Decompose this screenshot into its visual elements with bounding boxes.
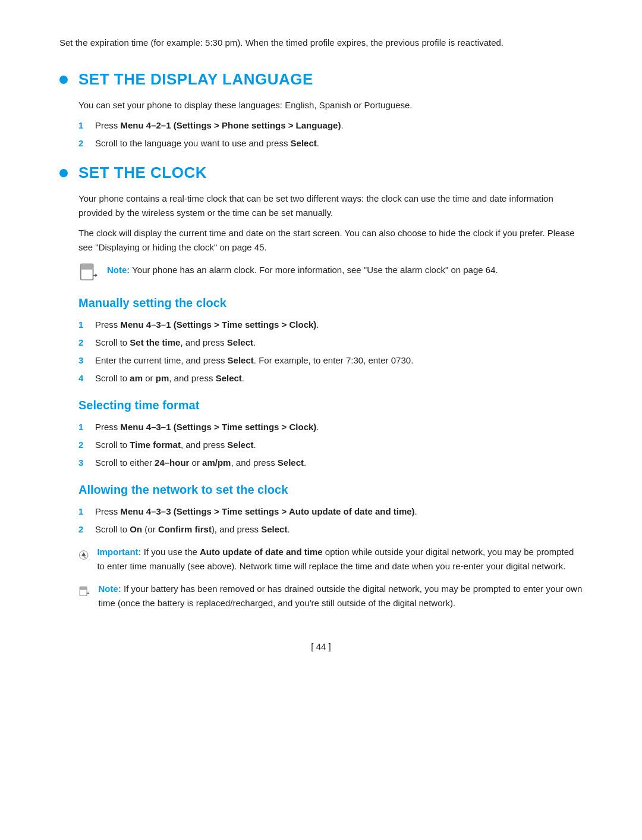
list-item: 3 Scroll to either 24–hour or am/pm, and… [78,456,583,470]
language-steps-list: 1 Press Menu 4–2–1 (Settings > Phone set… [78,118,583,151]
step-text: Scroll to am or pm, and press Select. [95,371,583,385]
svg-line-5 [84,556,86,558]
step-number: 1 [78,118,92,133]
list-item: 1 Press Menu 4–3–3 (Settings > Time sett… [78,504,583,519]
alarm-note-text: Note: Your phone has an alarm clock. For… [107,263,498,277]
step-text: Press Menu 4–3–1 (Settings > Time settin… [95,420,583,434]
step-text: Scroll to On (or Confirm first), and pre… [95,522,583,537]
step-number: 3 [78,456,92,470]
list-item: 2 Scroll to Set the time, and press Sele… [78,336,583,350]
important-note-box: Important: If you use the Auto update of… [78,545,583,573]
step-text: Press Menu 4–3–3 (Settings > Time settin… [95,504,583,519]
time-format-steps: 1 Press Menu 4–3–1 (Settings > Time sett… [78,420,583,470]
note-doc-icon [78,263,99,283]
important-icon [78,545,89,565]
subsection-manual-clock: Manually setting the clock 1 Press Menu … [78,294,583,385]
bullet-dot-language [59,76,68,84]
step-text: Press Menu 4–2–1 (Settings > Phone setti… [95,118,583,133]
step-number: 2 [78,136,92,151]
battery-note-box: Note: If your battery has been removed o… [78,582,583,610]
list-item: 2 Scroll to On (or Confirm first), and p… [78,522,583,537]
section-language-header: SET THE DISPLAY LANGUAGE [59,68,583,91]
note-label: Note: [107,265,130,275]
step-number: 2 [78,336,92,350]
step-number: 2 [78,522,92,537]
list-item: 4 Scroll to am or pm, and press Select. [78,371,583,385]
step-text: Press Menu 4–3–1 (Settings > Time settin… [95,318,583,332]
important-note-text: Important: If you use the Auto update of… [97,545,583,573]
note-label-2: Note: [99,584,121,594]
step-text: Enter the current time, and press Select… [95,353,583,368]
step-number: 4 [78,371,92,385]
list-item: 2 Scroll to Time format, and press Selec… [78,438,583,452]
list-item: 1 Press Menu 4–3–1 (Settings > Time sett… [78,420,583,434]
svg-marker-3 [95,274,97,277]
list-item: 1 Press Menu 4–2–1 (Settings > Phone set… [78,118,583,133]
step-number: 3 [78,353,92,368]
section-language-body: You can set your phone to display these … [78,98,583,151]
section-clock-title: SET THE CLOCK [78,161,207,184]
section-clock-header: SET THE CLOCK [59,161,583,184]
subsection-time-format: Selecting time format 1 Press Menu 4–3–1… [78,396,583,470]
section-clock-body: Your phone contains a real-time clock th… [78,192,583,610]
alarm-note-box: Note: Your phone has an alarm clock. For… [78,263,583,283]
subsection-title-network: Allowing the network to set the clock [78,481,583,499]
page-number: [ 44 ] [59,640,583,654]
note-doc-icon-2 [78,582,90,602]
svg-marker-9 [88,593,90,594]
svg-rect-7 [80,587,87,590]
subsection-network-clock: Allowing the network to set the clock 1 … [78,481,583,610]
step-text: Scroll to Time format, and press Select. [95,438,583,452]
step-text: Scroll to Set the time, and press Select… [95,336,583,350]
step-number: 1 [78,420,92,434]
manual-clock-steps: 1 Press Menu 4–3–1 (Settings > Time sett… [78,318,583,385]
important-label: Important: [97,547,141,557]
clock-desc1: Your phone contains a real-time clock th… [78,192,583,220]
step-number: 1 [78,504,92,519]
step-number: 2 [78,438,92,452]
clock-desc2: The clock will display the current time … [78,226,583,255]
section-language-title: SET THE DISPLAY LANGUAGE [78,68,313,91]
network-clock-steps: 1 Press Menu 4–3–3 (Settings > Time sett… [78,504,583,537]
battery-note-text: Note: If your battery has been removed o… [99,582,583,610]
list-item: 2 Scroll to the language you want to use… [78,136,583,151]
list-item: 1 Press Menu 4–3–1 (Settings > Time sett… [78,318,583,332]
intro-paragraph: Set the expiration time (for example: 5:… [59,36,583,50]
subsection-title-format: Selecting time format [78,396,583,414]
subsection-title-manual: Manually setting the clock [78,294,583,312]
bullet-dot-clock [59,169,68,177]
step-text: Scroll to the language you want to use a… [95,136,583,151]
step-text: Scroll to either 24–hour or am/pm, and p… [95,456,583,470]
svg-rect-1 [81,264,93,269]
step-number: 1 [78,318,92,332]
language-description: You can set your phone to display these … [78,98,583,112]
list-item: 3 Enter the current time, and press Sele… [78,353,583,368]
